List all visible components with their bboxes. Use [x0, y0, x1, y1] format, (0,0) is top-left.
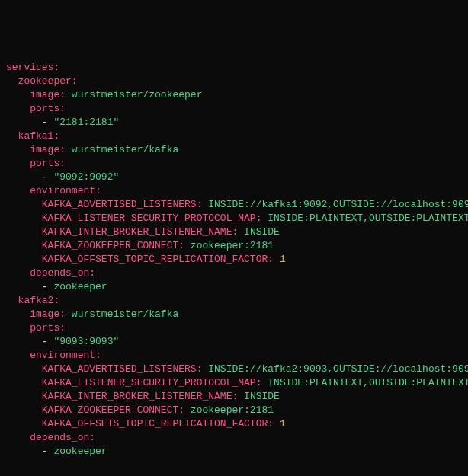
token-key: kafka2: — [18, 295, 60, 306]
token — [274, 254, 280, 265]
token-key: KAFKA_LISTENER_SECURITY_PROTOCOL_MAP: — [42, 212, 262, 224]
token-str: "9092:9092" — [53, 171, 119, 183]
indent — [6, 295, 18, 306]
code-line: KAFKA_LISTENER_SECURITY_PROTOCOL_MAP: IN… — [6, 212, 462, 225]
code-line: image: wurstmeister/kafka — [6, 308, 462, 321]
token-scal: INSIDE://kafka2:9093,OUTSIDE://localhost… — [208, 363, 468, 375]
token-key: zookeeper: — [18, 75, 78, 87]
indent — [6, 322, 30, 334]
code-line: KAFKA_ZOOKEEPER_CONNECT: zookeeper:2181 — [6, 404, 462, 417]
token-scal: wurstmeister/zookeeper — [72, 89, 203, 101]
token-dash: - — [42, 446, 54, 457]
code-line: - "2181:2181" — [6, 116, 462, 129]
token — [184, 404, 191, 416]
code-line: services: — [6, 61, 462, 75]
indent — [6, 130, 18, 142]
token-scal: INSIDE:PLAINTEXT,OUTSIDE:PLAINTEXT — [268, 377, 468, 388]
code-line: depends_on: — [6, 267, 462, 280]
token-key: image: — [30, 308, 66, 320]
token — [184, 240, 191, 251]
indent — [6, 267, 30, 279]
code-line: environment: — [6, 349, 462, 363]
code-line: environment: — [6, 184, 462, 198]
token-dash: - — [42, 336, 54, 347]
token — [66, 89, 72, 101]
token-key: depends_on: — [30, 267, 95, 279]
code-line: - zookeeper — [6, 280, 462, 294]
code-line: KAFKA_INTER_BROKER_LISTENER_NAME: INSIDE — [6, 390, 462, 404]
token-scal: INSIDE — [244, 226, 280, 238]
indent — [6, 103, 30, 114]
code-line: kafka1: — [6, 129, 462, 143]
indent — [6, 199, 42, 210]
token-key: KAFKA_ADVERTISED_LISTENERS: — [42, 363, 203, 375]
token-key: KAFKA_ADVERTISED_LISTENERS: — [42, 199, 203, 210]
token-key: KAFKA_ZOOKEEPER_CONNECT: — [42, 404, 184, 416]
token-num: 1 — [280, 254, 286, 265]
token-key: ports: — [30, 103, 66, 114]
indent — [6, 363, 42, 375]
code-line: depends_on: — [6, 431, 462, 445]
token — [238, 226, 244, 238]
indent — [6, 226, 42, 238]
indent — [6, 418, 42, 430]
token-key: KAFKA_INTER_BROKER_LISTENER_NAME: — [42, 391, 238, 402]
token-scal: zookeeper — [53, 281, 107, 292]
code-line: ports: — [6, 102, 462, 116]
token-scal: wurstmeister/kafka — [72, 144, 178, 155]
token-key: environment: — [30, 185, 101, 196]
code-line: - "9092:9092" — [6, 171, 462, 184]
token-str: "9093:9093" — [53, 336, 119, 347]
indent — [6, 240, 42, 251]
token-scal: INSIDE — [244, 391, 280, 402]
token-scal: wurstmeister/kafka — [72, 308, 178, 320]
indent — [6, 89, 30, 101]
token-str: "2181:2181" — [53, 117, 119, 128]
indent — [6, 446, 42, 457]
token-scal: INSIDE://kafka1:9092,OUTSIDE://localhost… — [208, 199, 468, 210]
token-key: ports: — [30, 158, 66, 169]
code-line: zookeeper: — [6, 75, 462, 88]
code-line: KAFKA_ADVERTISED_LISTENERS: INSIDE://kaf… — [6, 198, 462, 212]
indent — [6, 350, 30, 361]
indent — [6, 336, 42, 347]
token-key: image: — [30, 89, 66, 101]
code-line: KAFKA_ADVERTISED_LISTENERS: INSIDE://kaf… — [6, 363, 462, 376]
code-line: KAFKA_OFFSETS_TOPIC_REPLICATION_FACTOR: … — [6, 417, 462, 431]
indent — [6, 171, 42, 183]
token-key: KAFKA_OFFSETS_TOPIC_REPLICATION_FACTOR: — [42, 418, 274, 430]
token-scal: zookeeper — [53, 446, 107, 457]
token-num: 1 — [280, 418, 286, 430]
indent — [6, 391, 42, 402]
code-line: - "9093:9093" — [6, 335, 462, 349]
code-line: KAFKA_INTER_BROKER_LISTENER_NAME: INSIDE — [6, 225, 462, 239]
code-line: KAFKA_LISTENER_SECURITY_PROTOCOL_MAP: IN… — [6, 376, 462, 390]
indent — [6, 254, 42, 265]
indent — [6, 281, 42, 292]
token — [66, 308, 72, 320]
token-key: image: — [30, 144, 66, 155]
token-key: KAFKA_INTER_BROKER_LISTENER_NAME: — [42, 226, 238, 238]
indent — [6, 144, 30, 155]
indent — [6, 432, 30, 443]
token-key: services: — [6, 62, 59, 73]
indent — [6, 404, 42, 416]
indent — [6, 212, 42, 224]
token-key: environment: — [30, 350, 101, 361]
token-key: depends_on: — [30, 432, 95, 443]
token-dash: - — [42, 281, 54, 292]
code-line: KAFKA_ZOOKEEPER_CONNECT: zookeeper:2181 — [6, 239, 462, 253]
token-key: KAFKA_OFFSETS_TOPIC_REPLICATION_FACTOR: — [42, 254, 274, 265]
indent — [6, 185, 30, 196]
indent — [6, 377, 42, 388]
token-key: ports: — [30, 322, 66, 334]
token — [66, 144, 72, 155]
indent — [6, 308, 30, 320]
token — [274, 418, 280, 430]
token — [238, 391, 244, 402]
indent — [6, 158, 30, 169]
token-scal: INSIDE:PLAINTEXT,OUTSIDE:PLAINTEXT — [268, 212, 468, 224]
code-line: image: wurstmeister/zookeeper — [6, 88, 462, 102]
code-line: ports: — [6, 157, 462, 171]
yaml-code-block: services: zookeeper: image: wurstmeister… — [6, 61, 462, 458]
